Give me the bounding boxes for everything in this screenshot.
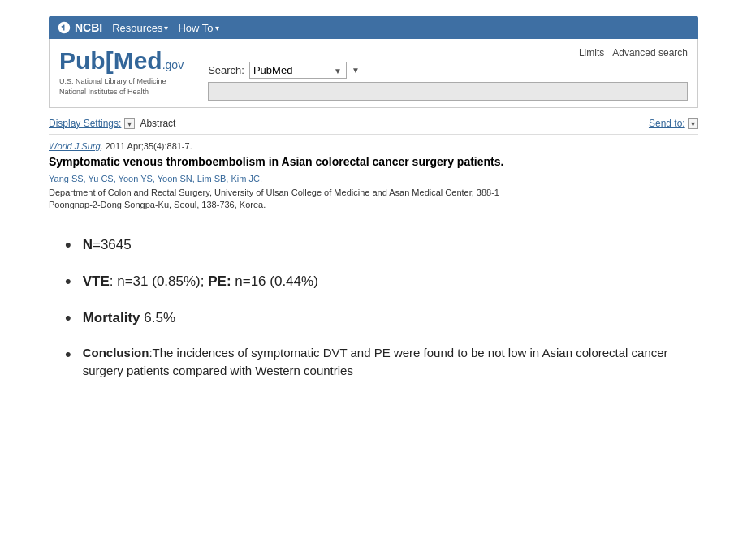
search-label: Search: [208,64,244,76]
advanced-search-link[interactable]: Advanced search [612,47,688,58]
bullet-dot-4: • [65,342,71,368]
bullet-dot-1: • [65,233,71,258]
search-top-links: Limits Advanced search [208,47,688,58]
display-settings-link[interactable]: Display Settings: [49,118,121,129]
article-title: Symptomatic venous thromboembolism in As… [49,154,698,170]
bullet-text-n: N=3645 [83,235,132,256]
pubmed-subtitle: U.S. National Library of Medicine Nation… [59,76,184,97]
pubmed-bracket: [ [106,47,114,75]
affiliation: Department of Colon and Rectal Surgery, … [49,187,698,212]
bullet-item-vte: • VTE: n=31 (0.85%); PE: n=16 (0.44%) [65,271,698,295]
pubmed-logo-area: Pub[Med.gov U.S. National Library of Med… [59,47,184,97]
conclusion-bold: Conclusion [83,346,149,360]
display-left: Display Settings: ▾ Abstract [49,118,175,129]
display-type: Abstract [140,118,175,129]
citation-rest: . 2011 Apr;35(4):881-7. [101,141,192,151]
pe-text: n=16 (0.44%) [231,274,318,289]
bullet-dot-2: • [65,269,71,295]
resources-chevron-icon: ▾ [164,24,168,32]
pubmed-pub-text: Pub [59,47,106,75]
display-settings-chevron-icon[interactable]: ▾ [124,118,135,129]
search-row: Search: PubMed All Databases ▼ [208,62,688,79]
bullet-dot-3: • [65,306,71,331]
howto-chevron-icon: ▾ [215,24,219,32]
search-input-row [208,82,688,101]
conclusion-text: :The incidences of symptomatic DVT and P… [83,346,668,378]
nav-resources[interactable]: Resources ▾ [112,22,168,34]
article-box: World J Surg. 2011 Apr;35(4):881-7. Symp… [49,135,698,218]
ncbi-logo: NCBI [57,20,102,35]
search-text-input[interactable] [208,82,688,101]
display-settings-bar: Display Settings: ▾ Abstract Send to: ▾ [49,113,698,135]
bullet-item-mortality: • Mortality 6.5% [65,308,698,331]
authors[interactable]: Yang SS, Yu CS, Yoon YS, Yoon SN, Lim SB… [49,174,698,183]
pe-bold: PE: [208,274,231,289]
journal-citation: World J Surg. 2011 Apr;35(4):881-7. [49,141,698,151]
bullet-text-conclusion: Conclusion:The incidences of symptomatic… [83,344,698,381]
journal-name[interactable]: World J Surg [49,141,101,151]
ncbi-text: NCBI [75,21,102,34]
nav-howto[interactable]: How To ▾ [178,22,218,34]
search-database-select[interactable]: PubMed All Databases [249,62,347,79]
dropdown-chevron-icon: ▼ [352,66,360,75]
ncbi-topbar: NCBI Resources ▾ How To ▾ [49,16,698,39]
mortality-bold: Mortality [83,310,140,325]
pubmed-med-text: Med [114,47,162,75]
vte-bold: VTE [83,274,110,289]
search-select-wrapper: PubMed All Databases [249,62,347,79]
limits-link[interactable]: Limits [579,47,604,58]
mortality-value: 6.5% [140,310,175,325]
vte-text: : n=31 (0.85%); [110,274,208,289]
pubmed-dotgov: .gov [162,58,184,71]
bullet-text-vte: VTE: n=31 (0.85%); PE: n=16 (0.44%) [83,271,318,292]
bullets-section: • N=3645 • VTE: n=31 (0.85%); PE: n=16 (… [49,235,698,380]
bullet-item-conclusion: • Conclusion:The incidences of symptomat… [65,344,698,381]
send-to-link[interactable]: Send to: [649,118,685,129]
send-to-chevron-icon[interactable]: ▾ [688,118,698,129]
n-value: =3645 [93,237,132,252]
bullet-item-n: • N=3645 [65,235,698,258]
send-to-area: Send to: ▾ [649,118,698,129]
n-bold: N [83,237,93,252]
pubmed-header: Pub[Med.gov U.S. National Library of Med… [49,39,698,108]
pubmed-logo: Pub[Med.gov [59,47,184,75]
bullet-text-mortality: Mortality 6.5% [83,308,175,329]
ncbi-brand-icon [57,20,71,35]
search-area: Limits Advanced search Search: PubMed Al… [208,47,688,101]
